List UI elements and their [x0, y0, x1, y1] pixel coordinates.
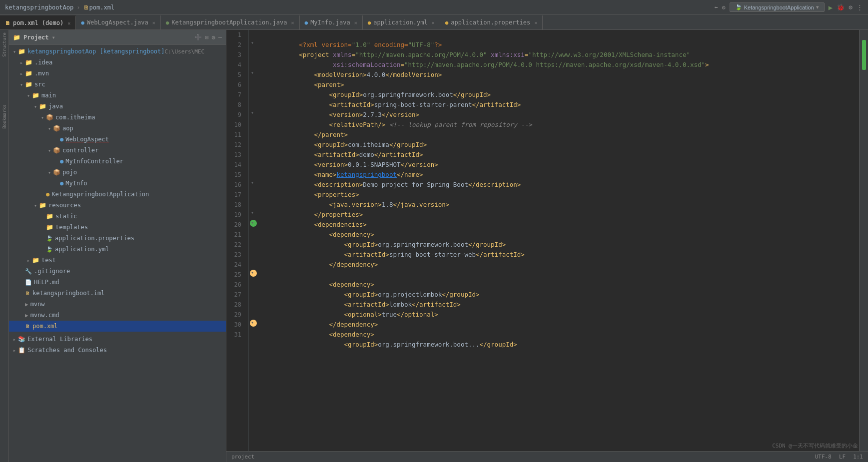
- tree-item-pomxml[interactable]: 🗎 pom.xml: [9, 321, 226, 332]
- tree-arrow-src: ▾: [18, 82, 25, 87]
- fold-5[interactable]: ▾: [251, 70, 254, 75]
- code-area[interactable]: <?xml version="1.0" encoding="UTF-8"?> <…: [259, 30, 859, 451]
- tab-myinfo-close[interactable]: ✕: [354, 20, 357, 25]
- tab-weblogaspect[interactable]: ● WebLogAspect.java ✕: [76, 15, 160, 29]
- tree-item-appyml[interactable]: 🍃 application.yml: [9, 244, 226, 255]
- tree-icon-static: 📁: [46, 213, 53, 220]
- tree-icon-mvnwcmd: ▶: [25, 312, 28, 319]
- left-strip-structure[interactable]: Structure: [2, 32, 7, 57]
- tree-label-appyml: application.yml: [55, 246, 109, 253]
- tree-item-myinfocontroller[interactable]: ● MyInfoController: [9, 156, 226, 167]
- tree-item-extlibs[interactable]: ▸ 📚 External Libraries: [9, 334, 226, 345]
- editor-right-strip: [859, 30, 868, 451]
- tab-myinfo-label: MyInfo.java: [310, 19, 350, 26]
- tree-item-resources[interactable]: ▾ 📁 resources: [9, 200, 226, 211]
- tab-appyml[interactable]: ● application.yml ✕: [363, 15, 440, 29]
- tab-myinfo[interactable]: ● MyInfo.java ✕: [300, 15, 363, 29]
- collapse-icon[interactable]: ⊟: [205, 34, 208, 41]
- tree-icon-src: 📁: [25, 81, 32, 88]
- title-bar-icon2[interactable]: ⚙: [722, 4, 725, 11]
- tree-arrow-aop: ▾: [46, 126, 53, 131]
- fold-19[interactable]: ▾: [251, 210, 254, 215]
- tree-icon-root: 📁: [18, 48, 25, 55]
- title-bar: ketangspringbootAop › 🗎 pom.xml ⬅ ⚙ 🍃 Ke…: [0, 0, 868, 15]
- tree-item-iml[interactable]: 🗎 ketangspringboot.iml: [9, 288, 226, 299]
- add-icon[interactable]: ➕: [194, 34, 202, 41]
- tab-appprops-icon: ●: [445, 19, 449, 26]
- tree-item-static[interactable]: 📁 static: [9, 211, 226, 222]
- tree-item-pojo[interactable]: ▾ 📦 pojo: [9, 167, 226, 178]
- title-icon: 🗎: [83, 4, 89, 11]
- tree-item-mvn[interactable]: ▸ 📁 .mvn: [9, 68, 226, 79]
- tab-weblogaspect-close[interactable]: ✕: [152, 20, 155, 25]
- tree-item-ketangapp[interactable]: ● KetangspringbootApplication: [9, 189, 226, 200]
- tab-ketangapp-close[interactable]: ✕: [291, 20, 294, 25]
- tree-item-mvnw[interactable]: ▶ mvnw: [9, 299, 226, 310]
- tree-item-aop[interactable]: ▾ 📦 aop: [9, 123, 226, 134]
- tree-item-scratches[interactable]: ▸ 📋 Scratches and Consoles: [9, 345, 226, 356]
- tree-icon-idea: 📁: [25, 59, 32, 66]
- tab-pom-xml[interactable]: 🗎 pom.xml (demo) ✕: [0, 15, 76, 29]
- ln-14: 14: [226, 160, 244, 170]
- tree-item-appprops[interactable]: 🍃 application.properties: [9, 233, 226, 244]
- tree-arrow-resources: ▾: [32, 203, 39, 208]
- project-header-icons: ➕ ⊟ ⚙ —: [194, 34, 222, 41]
- tree-item-idea[interactable]: ▸ 📁 .idea: [9, 57, 226, 68]
- ln-5: 5: [226, 70, 244, 80]
- code-line-1: <?xml version="1.0" encoding="UTF-8"?>: [261, 30, 859, 40]
- run-button[interactable]: ▶: [829, 3, 833, 11]
- ln-17: 17: [226, 190, 244, 200]
- ln-29: 29: [226, 310, 244, 320]
- tree-item-weblogaspect[interactable]: ● WebLogAspect: [9, 134, 226, 145]
- tree-label-test: test: [41, 257, 56, 264]
- tree-icon-extlibs: 📚: [18, 336, 25, 343]
- tree-label-mvnwcmd: mvnw.cmd: [30, 312, 59, 319]
- tree-item-main[interactable]: ▾ 📁 main: [9, 90, 226, 101]
- fold-20[interactable]: ▾: [251, 220, 254, 225]
- fold-25[interactable]: ▾: [251, 270, 254, 275]
- tree-item-templates[interactable]: 📁 templates: [9, 222, 226, 233]
- tree-item-root[interactable]: ▾ 📁 ketangspringbootAop [ketangspringboo…: [9, 46, 226, 57]
- tree-label-appprops: application.properties: [55, 235, 134, 242]
- status-encoding: UTF-8: [815, 454, 832, 460]
- tree-arrow-extlibs: ▸: [11, 337, 18, 342]
- tree-item-mvnwcmd[interactable]: ▶ mvnw.cmd: [9, 310, 226, 321]
- run-config-button[interactable]: 🍃 KetangspringbootApplication ▾: [730, 2, 825, 12]
- fold-2[interactable]: ▾: [251, 40, 254, 45]
- coverage-button[interactable]: ⚙: [849, 3, 853, 11]
- tree-item-test[interactable]: ▸ 📁 test: [9, 255, 226, 266]
- ln-6: 6: [226, 80, 244, 90]
- tree-label-mvn: .mvn: [34, 70, 49, 77]
- ln-20: 20: [226, 220, 244, 230]
- tab-pom-xml-close[interactable]: ✕: [67, 20, 70, 26]
- tab-ketangapp[interactable]: ● KetangspringbootApplication.java ✕: [161, 15, 300, 29]
- settings-icon[interactable]: ⚙: [212, 34, 215, 41]
- project-dropdown-icon[interactable]: ▾: [52, 34, 55, 41]
- tree-label-controller: controller: [62, 147, 98, 154]
- more-run-button[interactable]: ⋮: [857, 3, 863, 11]
- ln-19: 19: [226, 210, 244, 220]
- fold-30[interactable]: ▾: [251, 320, 254, 325]
- tree-icon-myinfocontroller: ●: [60, 158, 63, 165]
- tab-appyml-close[interactable]: ✕: [432, 20, 435, 25]
- status-right: UTF-8 LF 1:1: [815, 454, 863, 460]
- tree-icon-mvn: 📁: [25, 70, 32, 77]
- fold-9[interactable]: ▾: [251, 110, 254, 115]
- tree-item-myinfo[interactable]: ● MyInfo: [9, 178, 226, 189]
- tree-label-extlibs: External Libraries: [27, 336, 92, 343]
- title-bar-icon1[interactable]: ⬅: [714, 4, 718, 11]
- tree-item-com[interactable]: ▾ 📦 com.itheima: [9, 112, 226, 123]
- run-config-dropdown: ▾: [816, 4, 819, 10]
- tab-appprops[interactable]: ● application.properties ✕: [440, 15, 543, 29]
- fold-16[interactable]: ▾: [251, 180, 254, 185]
- tree-item-controller[interactable]: ▾ 📦 controller: [9, 145, 226, 156]
- tree-item-helpmd[interactable]: 📄 HELP.md: [9, 277, 226, 288]
- tab-appprops-close[interactable]: ✕: [534, 20, 537, 25]
- minimize-icon[interactable]: —: [218, 34, 222, 41]
- tree-item-java[interactable]: ▾ 📁 java: [9, 101, 226, 112]
- tree-item-src[interactable]: ▾ 📁 src: [9, 79, 226, 90]
- tree-label-src: src: [34, 81, 45, 88]
- debug-button[interactable]: 🐞: [837, 3, 845, 11]
- left-strip-bookmarks[interactable]: Bookmarks: [2, 104, 7, 129]
- tree-item-gitignore[interactable]: 🔧 .gitignore: [9, 266, 226, 277]
